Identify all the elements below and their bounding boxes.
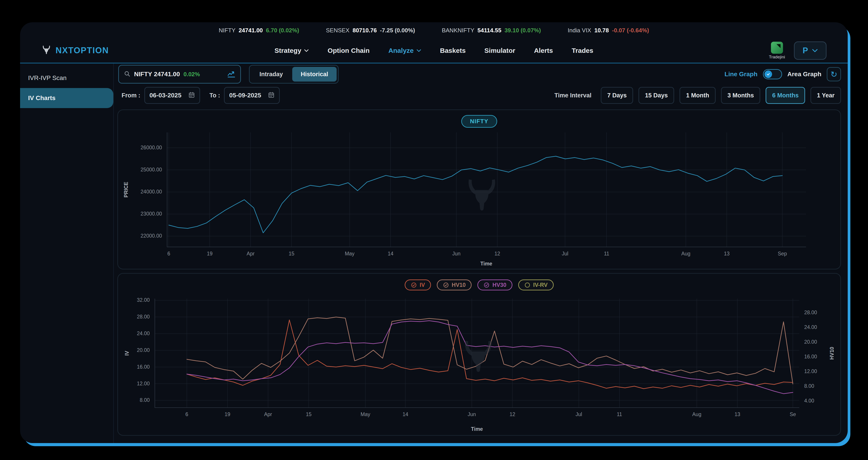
x-tick-label: May: [352, 412, 379, 418]
nav-item-baskets[interactable]: Baskets: [440, 47, 466, 54]
time-interval-label: Time Interval: [554, 92, 591, 99]
interval-button-3-months[interactable]: 3 Months: [721, 87, 761, 104]
nav-item-trades[interactable]: Trades: [572, 47, 593, 54]
legend-chip-hv10[interactable]: HV10: [437, 280, 472, 290]
symbol-badge[interactable]: NIFTY: [461, 115, 497, 128]
x-tick-label: Apr: [255, 412, 281, 418]
tradejini-icon: [771, 42, 783, 54]
time-interval-group: Time Interval 7 Days15 Days1 Month3 Mont…: [554, 87, 841, 104]
sidebar: IVR-IVP ScanIV Charts: [20, 64, 114, 443]
y-tick-label-right: 20.00: [804, 339, 842, 345]
search-symbol: NIFTY 24741.00: [134, 71, 180, 78]
legend-chip-label: IV: [420, 282, 425, 288]
ticker-item: BANKNIFTY54114.5539.10 (0.07%): [442, 27, 541, 34]
graph-type-toggle[interactable]: [763, 69, 782, 79]
x-tick-label: May: [336, 251, 363, 257]
brand-name: NXTOPTION: [56, 46, 109, 55]
to-date-input[interactable]: 05-09-2025: [224, 87, 280, 104]
legend-chip-iv-rv[interactable]: IV-RV: [518, 280, 554, 290]
area-graph-label: Area Graph: [787, 71, 822, 78]
y-tick-label: 26000.00: [124, 145, 162, 151]
trend-chart-icon[interactable]: [227, 71, 235, 78]
ticker-change: -7.25 (0.00%): [380, 27, 415, 34]
interval-button-1-year[interactable]: 1 Year: [810, 87, 841, 104]
x-tick-label: Jul: [565, 412, 592, 418]
nav-item-alerts[interactable]: Alerts: [534, 47, 553, 54]
nav-item-option-chain[interactable]: Option Chain: [328, 47, 370, 54]
x-tick-label: 6: [174, 412, 200, 418]
x-tick-label: 14: [392, 412, 419, 418]
x-tick-label: 6: [155, 251, 182, 257]
checked-circle-icon: [484, 282, 490, 288]
ticker-label: India VIX: [568, 27, 591, 34]
profile-initial: P: [803, 46, 808, 55]
calendar-icon: [188, 92, 195, 99]
brand[interactable]: NXTOPTION: [41, 38, 109, 63]
y-tick-label-right: 24.00: [804, 324, 842, 330]
mode-option-historical[interactable]: Historical: [292, 67, 337, 81]
graph-type-cluster: Line Graph Area Graph ↻: [724, 67, 841, 81]
sidebar-item-ivr-ivp-scan[interactable]: IVR-IVP Scan: [20, 68, 113, 88]
header: NXTOPTION StrategyOption ChainAnalyzeBas…: [20, 38, 848, 64]
chevron-down-icon: [304, 49, 309, 52]
y-tick-label-right: 28.00: [804, 309, 842, 316]
x-tick-label: 12: [499, 412, 526, 418]
y-tick-label: 32.00: [112, 297, 150, 303]
y-tick-label: 20.00: [112, 347, 150, 353]
chevron-down-icon: [416, 49, 421, 52]
ticker-value: 54114.55: [477, 27, 501, 34]
x-tick-label: 15: [296, 412, 322, 418]
legend-chip-iv[interactable]: IV: [405, 280, 431, 290]
x-tick-label: 14: [377, 251, 404, 257]
unchecked-circle-icon: [524, 282, 530, 288]
interval-button-7-days[interactable]: 7 Days: [601, 87, 633, 104]
interval-button-6-months[interactable]: 6 Months: [766, 87, 805, 104]
ticker-item: NIFTY24741.006.70 (0.02%): [219, 27, 299, 34]
interval-buttons: 7 Days15 Days1 Month3 Months6 Months1 Ye…: [601, 87, 841, 104]
profile-menu-button[interactable]: P: [794, 41, 827, 60]
ticker-bar: NIFTY24741.006.70 (0.02%)SENSEX80710.76-…: [20, 22, 848, 38]
y-tick-label: 22000.00: [124, 233, 162, 239]
mode-option-intraday[interactable]: Intraday: [251, 67, 291, 81]
legend-chip-label: HV30: [492, 282, 506, 288]
refresh-icon: ↻: [831, 70, 837, 79]
nav-item-label: Strategy: [275, 47, 301, 54]
controls-row-2: From : 06-03-2025 To : 05-09-2025 Time I…: [122, 87, 841, 104]
check-icon: [766, 72, 771, 76]
ticker-item: SENSEX80710.76-7.25 (0.00%): [326, 27, 415, 34]
legend-chip-hv30[interactable]: HV30: [477, 280, 513, 290]
search-change-pct: 0.02%: [183, 71, 200, 78]
broker-widget[interactable]: Tradejini: [769, 42, 785, 60]
from-date-value: 06-03-2025: [150, 92, 181, 99]
bull-watermark-icon: [459, 338, 497, 377]
main-content: NIFTY 24741.00 0.02% IntradayHistorical …: [114, 64, 848, 443]
checked-circle-icon: [411, 282, 417, 288]
symbol-search-input[interactable]: NIFTY 24741.00 0.02%: [118, 65, 241, 84]
ticker-label: BANKNIFTY: [442, 27, 474, 34]
y-tick-label: 25000.00: [124, 167, 162, 173]
line-graph-label: Line Graph: [724, 71, 757, 78]
from-label: From :: [122, 92, 140, 99]
account-cluster: Tradejini P: [769, 38, 827, 63]
price-chart-card: NIFTY PRICE Time 619Apr15May14Jun12Jul11…: [117, 109, 841, 269]
interval-button-15-days[interactable]: 15 Days: [639, 87, 674, 104]
search-icon: [124, 70, 130, 78]
ticker-change: 39.10 (0.07%): [504, 27, 541, 34]
nav-item-strategy[interactable]: Strategy: [275, 47, 309, 54]
nav-item-label: Trades: [572, 47, 593, 54]
mode-segmented-control: IntradayHistorical: [249, 65, 339, 84]
nav-item-simulator[interactable]: Simulator: [484, 47, 515, 54]
toggle-knob: [765, 70, 772, 78]
from-date-input[interactable]: 06-03-2025: [144, 87, 200, 104]
refresh-button[interactable]: ↻: [827, 67, 841, 81]
sidebar-item-label: IVR-IVP Scan: [28, 74, 66, 81]
ticker-value: 10.78: [594, 27, 609, 34]
sidebar-item-iv-charts[interactable]: IV Charts: [20, 88, 113, 108]
x-tick-label: Jul: [552, 251, 579, 257]
nav-item-analyze[interactable]: Analyze: [389, 47, 421, 54]
y-tick-label: 28.00: [112, 314, 150, 320]
x-tick-label: 11: [593, 251, 620, 257]
ticker-change: -0.07 (-0.64%): [612, 27, 649, 34]
interval-button-1-month[interactable]: 1 Month: [680, 87, 715, 104]
nav-item-label: Alerts: [534, 47, 553, 54]
